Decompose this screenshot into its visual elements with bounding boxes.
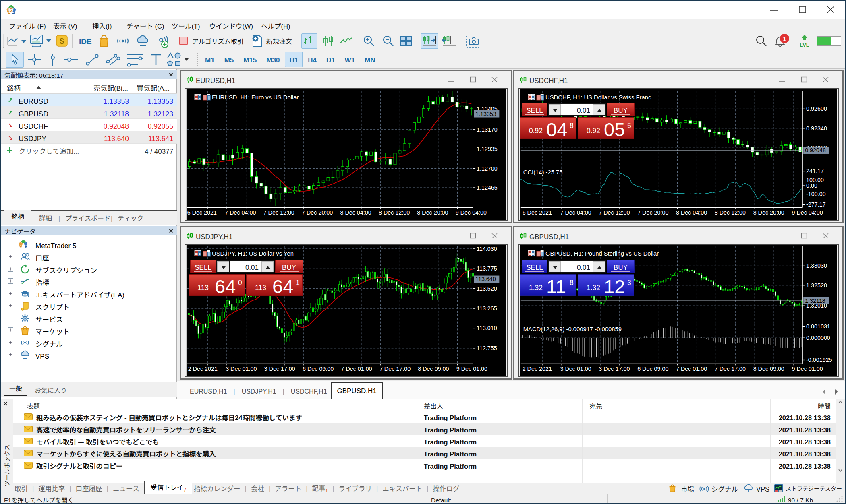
svg-text:7 Dec 20:00: 7 Dec 20:00 [302, 209, 333, 216]
svg-text:1.12465: 1.12465 [477, 184, 498, 191]
svg-text:8 Dec 04:00: 8 Dec 04:00 [340, 209, 371, 216]
svg-text:6 Dec 2021: 6 Dec 2021 [187, 209, 217, 216]
svg-text:1.12935: 1.12935 [477, 146, 498, 152]
svg-text:7 Dec 12:00: 7 Dec 12:00 [263, 209, 294, 216]
svg-text:1.13170: 1.13170 [477, 126, 498, 133]
svg-text:1.13353: 1.13353 [475, 111, 496, 117]
svg-text:EURUSD, H1: Euro vs US Dollar: EURUSD, H1: Euro vs US Dollar [212, 94, 299, 101]
svg-text:LVL: LVL [800, 42, 809, 48]
svg-text:8 Dec 20:00: 8 Dec 20:00 [417, 209, 448, 216]
svg-text:7 Dec 04:00: 7 Dec 04:00 [225, 209, 256, 216]
svg-text:8 Dec 12:00: 8 Dec 12:00 [379, 209, 410, 216]
svg-text:1.12700: 1.12700 [477, 165, 498, 172]
svg-text:$: $ [60, 37, 64, 45]
svg-text:5: 5 [10, 8, 12, 12]
svg-text:9 Dec 04:00: 9 Dec 04:00 [456, 209, 487, 216]
